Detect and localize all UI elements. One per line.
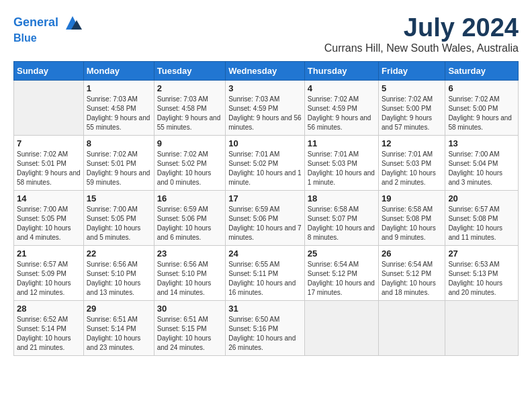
month-year: July 2024 xyxy=(324,13,519,42)
day-number: 15 xyxy=(87,193,151,203)
day-number: 26 xyxy=(382,248,442,259)
calendar-cell: 30Sunrise: 6:51 AMSunset: 5:15 PMDayligh… xyxy=(154,301,225,356)
col-header-thursday: Thursday xyxy=(304,62,378,81)
day-number: 24 xyxy=(228,248,302,259)
day-number: 7 xyxy=(17,138,81,148)
calendar-cell: 2Sunrise: 7:03 AMSunset: 4:58 PMDaylight… xyxy=(154,81,225,136)
day-info: Sunrise: 6:56 AMSunset: 5:10 PMDaylight:… xyxy=(87,260,151,298)
day-number: 14 xyxy=(17,193,81,203)
calendar-cell: 12Sunrise: 7:01 AMSunset: 5:03 PMDayligh… xyxy=(379,136,445,191)
day-number: 12 xyxy=(382,138,442,148)
logo-blue: Blue xyxy=(13,32,82,44)
calendar-cell: 5Sunrise: 7:02 AMSunset: 5:00 PMDaylight… xyxy=(379,81,445,136)
day-info: Sunrise: 7:03 AMSunset: 4:58 PMDaylight:… xyxy=(87,95,151,132)
day-number: 16 xyxy=(157,193,222,203)
calendar-cell: 17Sunrise: 6:59 AMSunset: 5:06 PMDayligh… xyxy=(226,191,305,246)
day-info: Sunrise: 6:58 AMSunset: 5:07 PMDaylight:… xyxy=(308,205,375,242)
day-info: Sunrise: 6:50 AMSunset: 5:16 PMDaylight:… xyxy=(228,315,302,353)
day-number: 11 xyxy=(308,138,375,148)
day-number: 25 xyxy=(308,248,375,259)
day-number: 4 xyxy=(308,83,375,93)
calendar-cell: 4Sunrise: 7:02 AMSunset: 4:59 PMDaylight… xyxy=(304,81,378,136)
day-info: Sunrise: 6:56 AMSunset: 5:10 PMDaylight:… xyxy=(157,260,222,298)
day-info: Sunrise: 6:58 AMSunset: 5:08 PMDaylight:… xyxy=(382,205,442,242)
calendar-cell: 18Sunrise: 6:58 AMSunset: 5:07 PMDayligh… xyxy=(304,191,378,246)
calendar-cell: 24Sunrise: 6:55 AMSunset: 5:11 PMDayligh… xyxy=(226,246,305,301)
day-info: Sunrise: 7:03 AMSunset: 4:58 PMDaylight:… xyxy=(157,95,222,132)
col-header-friday: Friday xyxy=(379,62,445,81)
day-info: Sunrise: 7:00 AMSunset: 5:05 PMDaylight:… xyxy=(17,205,81,242)
day-info: Sunrise: 7:00 AMSunset: 5:04 PMDaylight:… xyxy=(448,150,515,187)
day-info: Sunrise: 7:02 AMSunset: 5:01 PMDaylight:… xyxy=(17,150,81,187)
day-number: 27 xyxy=(448,248,515,259)
calendar-cell xyxy=(379,301,445,356)
day-info: Sunrise: 7:02 AMSunset: 5:02 PMDaylight:… xyxy=(157,150,222,187)
day-number: 10 xyxy=(228,138,302,148)
calendar-cell: 31Sunrise: 6:50 AMSunset: 5:16 PMDayligh… xyxy=(226,301,305,356)
day-info: Sunrise: 6:59 AMSunset: 5:06 PMDaylight:… xyxy=(228,205,302,242)
day-number: 8 xyxy=(87,138,151,148)
calendar-cell: 16Sunrise: 6:59 AMSunset: 5:06 PMDayligh… xyxy=(154,191,225,246)
day-info: Sunrise: 6:59 AMSunset: 5:06 PMDaylight:… xyxy=(157,205,222,242)
calendar-cell xyxy=(445,301,519,356)
day-number: 20 xyxy=(448,193,515,203)
day-number: 17 xyxy=(228,193,302,203)
day-info: Sunrise: 6:55 AMSunset: 5:11 PMDaylight:… xyxy=(228,260,302,298)
calendar-cell: 7Sunrise: 7:02 AMSunset: 5:01 PMDaylight… xyxy=(14,136,84,191)
day-number: 22 xyxy=(87,248,151,259)
day-number: 30 xyxy=(157,304,222,314)
calendar-cell: 25Sunrise: 6:54 AMSunset: 5:12 PMDayligh… xyxy=(304,246,378,301)
day-info: Sunrise: 7:03 AMSunset: 4:59 PMDaylight:… xyxy=(228,95,302,132)
col-header-saturday: Saturday xyxy=(445,62,519,81)
title-section: July 2024 Currans Hill, New South Wales,… xyxy=(324,13,519,54)
logo: General Blue xyxy=(13,13,82,44)
calendar-cell: 6Sunrise: 7:02 AMSunset: 5:00 PMDaylight… xyxy=(445,81,519,136)
calendar-cell: 26Sunrise: 6:54 AMSunset: 5:12 PMDayligh… xyxy=(379,246,445,301)
day-number: 13 xyxy=(448,138,515,148)
col-header-wednesday: Wednesday xyxy=(226,62,305,81)
day-number: 29 xyxy=(87,304,151,314)
calendar-cell: 21Sunrise: 6:57 AMSunset: 5:09 PMDayligh… xyxy=(14,246,84,301)
day-number: 28 xyxy=(17,304,81,314)
day-number: 6 xyxy=(448,83,515,93)
calendar-cell: 23Sunrise: 6:56 AMSunset: 5:10 PMDayligh… xyxy=(154,246,225,301)
day-info: Sunrise: 7:02 AMSunset: 5:00 PMDaylight:… xyxy=(382,95,442,132)
col-header-tuesday: Tuesday xyxy=(154,62,225,81)
calendar-cell: 19Sunrise: 6:58 AMSunset: 5:08 PMDayligh… xyxy=(379,191,445,246)
calendar-cell: 8Sunrise: 7:02 AMSunset: 5:01 PMDaylight… xyxy=(83,136,154,191)
day-number: 9 xyxy=(157,138,222,148)
day-info: Sunrise: 6:53 AMSunset: 5:13 PMDaylight:… xyxy=(448,260,515,298)
col-header-sunday: Sunday xyxy=(14,62,84,81)
day-number: 31 xyxy=(228,304,302,314)
calendar-cell: 3Sunrise: 7:03 AMSunset: 4:59 PMDaylight… xyxy=(226,81,305,136)
day-info: Sunrise: 6:54 AMSunset: 5:12 PMDaylight:… xyxy=(382,260,442,298)
day-number: 21 xyxy=(17,248,81,259)
day-info: Sunrise: 7:00 AMSunset: 5:05 PMDaylight:… xyxy=(87,205,151,242)
header: General Blue July 2024 Currans Hill, New… xyxy=(13,13,519,54)
location: Currans Hill, New South Wales, Australia xyxy=(324,42,519,54)
calendar-cell: 1Sunrise: 7:03 AMSunset: 4:58 PMDaylight… xyxy=(83,81,154,136)
calendar-cell xyxy=(14,81,84,136)
calendar-cell xyxy=(304,301,378,356)
calendar-cell: 27Sunrise: 6:53 AMSunset: 5:13 PMDayligh… xyxy=(445,246,519,301)
day-info: Sunrise: 7:01 AMSunset: 5:02 PMDaylight:… xyxy=(228,150,302,187)
calendar-cell: 13Sunrise: 7:00 AMSunset: 5:04 PMDayligh… xyxy=(445,136,519,191)
day-info: Sunrise: 6:57 AMSunset: 5:08 PMDaylight:… xyxy=(448,205,515,242)
calendar-cell: 28Sunrise: 6:52 AMSunset: 5:14 PMDayligh… xyxy=(14,301,84,356)
day-number: 19 xyxy=(382,193,442,203)
day-info: Sunrise: 6:51 AMSunset: 5:15 PMDaylight:… xyxy=(157,315,222,353)
day-number: 23 xyxy=(157,248,222,259)
day-info: Sunrise: 6:52 AMSunset: 5:14 PMDaylight:… xyxy=(17,315,81,353)
day-info: Sunrise: 7:02 AMSunset: 5:01 PMDaylight:… xyxy=(87,150,151,187)
day-info: Sunrise: 6:51 AMSunset: 5:14 PMDaylight:… xyxy=(87,315,151,353)
logo-general: General xyxy=(13,15,58,29)
day-info: Sunrise: 7:01 AMSunset: 5:03 PMDaylight:… xyxy=(308,150,375,187)
calendar-cell: 15Sunrise: 7:00 AMSunset: 5:05 PMDayligh… xyxy=(83,191,154,246)
day-info: Sunrise: 6:57 AMSunset: 5:09 PMDaylight:… xyxy=(17,260,81,298)
calendar-cell: 11Sunrise: 7:01 AMSunset: 5:03 PMDayligh… xyxy=(304,136,378,191)
day-number: 2 xyxy=(157,83,222,93)
calendar-cell: 20Sunrise: 6:57 AMSunset: 5:08 PMDayligh… xyxy=(445,191,519,246)
day-number: 1 xyxy=(87,83,151,93)
day-number: 18 xyxy=(308,193,375,203)
day-info: Sunrise: 7:02 AMSunset: 5:00 PMDaylight:… xyxy=(448,95,515,132)
